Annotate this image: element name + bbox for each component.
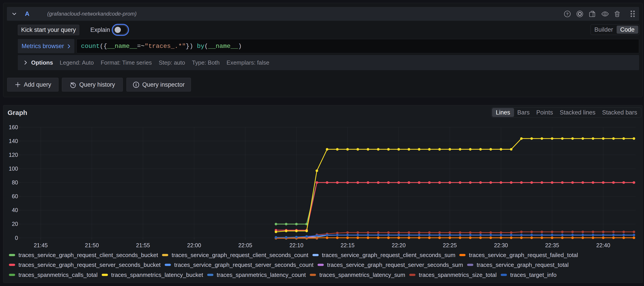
- svg-text:100: 100: [9, 165, 18, 172]
- svg-text:22:05: 22:05: [238, 242, 252, 248]
- svg-text:22:20: 22:20: [392, 242, 406, 248]
- svg-text:21:50: 21:50: [85, 242, 99, 248]
- svg-text:40: 40: [12, 207, 18, 213]
- svg-text:22:00: 22:00: [187, 242, 201, 248]
- svg-text:80: 80: [12, 179, 18, 186]
- svg-text:22:30: 22:30: [494, 242, 508, 248]
- svg-text:0: 0: [15, 235, 18, 241]
- svg-text:22:25: 22:25: [443, 242, 457, 248]
- svg-text:21:55: 21:55: [136, 242, 150, 248]
- svg-text:120: 120: [9, 152, 18, 158]
- svg-text:140: 140: [9, 138, 18, 144]
- svg-text:22:15: 22:15: [341, 242, 355, 248]
- svg-text:60: 60: [12, 193, 18, 199]
- svg-text:22:10: 22:10: [290, 242, 304, 248]
- svg-text:21:45: 21:45: [34, 242, 48, 248]
- svg-text:22:40: 22:40: [596, 242, 610, 248]
- svg-text:22:35: 22:35: [545, 242, 559, 248]
- svg-text:160: 160: [9, 124, 18, 130]
- svg-text:20: 20: [12, 221, 18, 227]
